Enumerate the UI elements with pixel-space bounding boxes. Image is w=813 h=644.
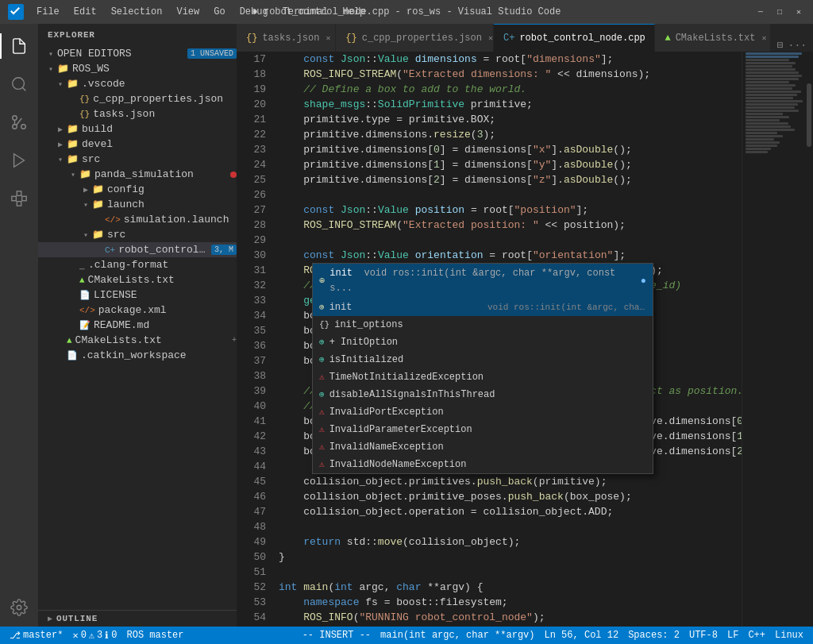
tab-robot-control[interactable]: C+ robot_control_node.cpp [494,24,655,52]
tree-item-src[interactable]: ▾ 📁 src [38,152,237,167]
status-branch[interactable]: ⎇ master* [6,630,66,642]
ac-item-is-init[interactable]: ⊕ isInitialized [313,351,653,368]
status-insert-mode[interactable]: -- INSERT -- [299,630,374,641]
readme-label: README.md [94,319,237,331]
ac-item-invalid-param[interactable]: ⚠ InvalidParameterException [313,421,653,438]
code-line-22: primitive.dimensions.resize(3); [279,127,735,142]
tree-item-config[interactable]: ▶ 📁 config [38,182,237,197]
menu-selection[interactable]: Selection [105,5,169,19]
panda-sim-icon: 📁 [79,168,91,180]
tree-item-readme[interactable]: ▶ 📝 README.md [38,318,237,333]
tree-item-panda-sim[interactable]: ▾ 📁 panda_simulation [38,167,237,182]
cpp-props-icon: {} [79,94,90,104]
launch-icon: 📁 [92,199,104,210]
tree-item-cpp-props[interactable]: ▶ {} c_cpp_properties.json [38,91,237,106]
tab-tasks-close[interactable]: ✕ [324,32,332,44]
tree-item-sim-launch[interactable]: ▶ </> simulation.launch [38,212,237,227]
status-encoding[interactable]: UTF-8 [686,630,721,641]
status-spaces[interactable]: Spaces: 2 [625,630,683,641]
status-os[interactable]: Linux [772,630,807,641]
ac-item-invalid-port[interactable]: ⚠ InvalidPortException [313,403,653,421]
menu-go[interactable]: Go [207,5,231,19]
minimize-button[interactable]: ─ [754,6,767,18]
ac-invalid-param-label: InvalidParameterException [329,422,646,438]
ac-item-invalid-name[interactable]: ⚠ InvalidNameException [313,438,653,456]
line-18: 18 [237,67,266,82]
autocomplete-header: ⊕ init void ros::init(int &argc, char **… [313,264,653,299]
tab-cpp-props[interactable]: {} c_cpp_properties.json ✕ [336,24,494,52]
editor-area: {} tasks.json ✕ {} c_cpp_properties.json… [237,24,813,627]
menu-view[interactable]: View [170,5,206,19]
more-actions-icon[interactable]: ··· [788,40,807,52]
outline-label: OUTLINE [56,614,98,623]
scrollbar-thumb[interactable] [807,83,811,147]
tree-item-vscode[interactable]: ▾ 📁 .vscode [38,76,237,91]
tree-item-cmake2[interactable]: ▶ ▲ CMakeLists.txt + [38,333,237,348]
sim-launch-icon: </> [105,215,121,225]
maximize-button[interactable]: □ [773,6,786,18]
activity-settings[interactable] [0,588,38,627]
ac-item-init[interactable]: ⊕ init void ros::init(int &argc, char **… [313,299,653,316]
activity-debug[interactable] [0,141,38,179]
status-eol[interactable]: LF [724,630,742,641]
code-line-50: } [279,550,735,565]
tab-robot-label: robot_control_node.cpp [519,33,645,44]
ac-item-init-option[interactable]: ⊕ + InitOption [313,334,653,351]
ac-init-options-icon: {} [319,318,329,333]
tree-item-clang[interactable]: ▶ ⎯ .clang-format [38,257,237,272]
config-label: config [107,183,237,195]
open-editors-section[interactable]: ▾ OPEN EDITORS 1 UNSAVED [38,46,237,61]
code-editor[interactable]: const Json::Value dimensions = root["dim… [272,52,742,627]
status-errors[interactable]: ✕ 0 ⚠ 3 ℹ 0 [69,630,120,642]
tab-tasks[interactable]: {} tasks.json ✕ [237,24,336,52]
panda-sim-label: panda_simulation [94,168,227,180]
tree-item-license[interactable]: ▶ 📄 LICENSE [38,287,237,303]
activity-explorer[interactable] [0,27,38,65]
status-ros-master[interactable]: ROS master [124,630,187,641]
line-20: 20 [237,97,266,112]
tree-root-ros-ws[interactable]: ▾ 📁 ROS_WS [38,61,237,76]
editor-content[interactable]: 17 18 19 20 21 22 23 24 25 26 27 28 29 3… [237,52,813,627]
ac-item-init-options[interactable]: {} init_options [313,316,653,334]
cursor-position: Ln 56, Col 12 [545,630,619,641]
tab-cmake[interactable]: ▲ CMakeLists.txt ✕ [655,24,770,52]
window-title: ● robot_control_node.cpp - ros_ws - Visu… [252,6,561,17]
line-31: 31 [237,263,266,278]
ac-item-disable-signals[interactable]: ⊕ disableAllSignalsInThisThread [313,386,653,403]
line-19: 19 [237,82,266,97]
outline-section[interactable]: ▶ OUTLINE [38,610,237,627]
tree-item-catkin[interactable]: ▶ 📄 .catkin_workspace [38,348,237,363]
vscode-label: .vscode [82,78,237,90]
line-46: 46 [237,489,266,504]
src-icon: 📁 [67,153,79,165]
tab-cmake-close[interactable]: ✕ [760,32,768,44]
activity-search[interactable] [0,65,38,103]
code-line-48 [279,519,735,534]
tree-item-package-xml[interactable]: ▶ </> package.xml [38,303,237,318]
code-line-27: const Json::Value position = root["posit… [279,202,735,218]
tree-item-cmake[interactable]: ▶ ▲ CMakeLists.txt [38,272,237,287]
close-button[interactable]: ✕ [792,6,805,18]
tree-item-robot-ctrl[interactable]: ▶ C+ robot_control_nod... 3, M [38,242,237,257]
status-position[interactable]: Ln 56, Col 12 [541,630,622,641]
status-language[interactable]: C++ [745,630,769,641]
package-xml-label: package.xml [98,304,237,316]
scrollbar[interactable] [805,52,813,627]
menu-edit[interactable]: Edit [67,5,103,19]
catkin-icon: 📄 [67,350,78,361]
tree-item-tasks[interactable]: ▶ {} tasks.json [38,106,237,121]
activity-git[interactable] [0,103,38,141]
tree-item-src2[interactable]: ▾ 📁 src [38,227,237,242]
ac-item-invalid-node[interactable]: ⚠ InvalidNodeNameException [313,456,653,473]
tree-item-build[interactable]: ▶ 📁 build [38,121,237,137]
code-line-19: // Define a box to add to the world. [279,82,735,97]
menu-file[interactable]: File [30,5,66,19]
activity-extensions[interactable] [0,179,38,218]
status-right-info[interactable]: main(int argc, char **argv) [377,630,538,641]
line-51: 51 [237,565,266,580]
tree-item-devel[interactable]: ▶ 📁 devel [38,137,237,152]
ac-is-init-icon: ⊕ [319,353,325,368]
tree-item-launch[interactable]: ▾ 📁 launch [38,197,237,212]
ac-item-time-not-init[interactable]: ⚠ TimeNotInitializedException [313,368,653,386]
split-editor-icon[interactable]: ⊟ [777,39,784,52]
